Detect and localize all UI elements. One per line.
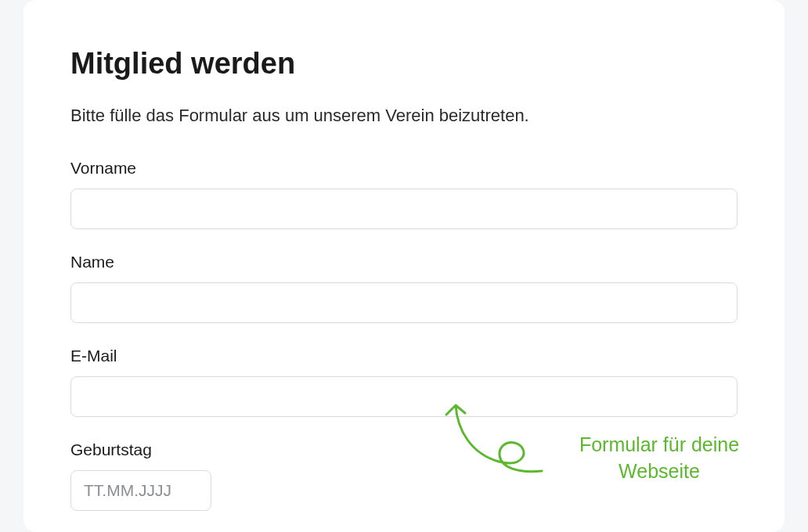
email-label: E-Mail bbox=[70, 347, 738, 365]
email-input[interactable] bbox=[70, 376, 738, 417]
birthday-input[interactable] bbox=[70, 470, 211, 511]
lastname-input[interactable] bbox=[70, 282, 738, 323]
form-group-lastname: Name bbox=[70, 253, 738, 323]
lastname-label: Name bbox=[70, 253, 738, 271]
form-group-firstname: Vorname bbox=[70, 159, 738, 229]
birthday-label: Geburtstag bbox=[70, 440, 738, 459]
form-group-birthday: Geburtstag bbox=[70, 440, 738, 511]
firstname-input[interactable] bbox=[70, 189, 738, 229]
form-group-email: E-Mail bbox=[70, 347, 738, 417]
form-title: Mitglied werden bbox=[70, 47, 738, 81]
firstname-label: Vorname bbox=[70, 159, 738, 178]
form-description: Bitte fülle das Formular aus um unserem … bbox=[70, 106, 738, 126]
membership-form-card: Mitglied werden Bitte fülle das Formular… bbox=[23, 0, 785, 532]
